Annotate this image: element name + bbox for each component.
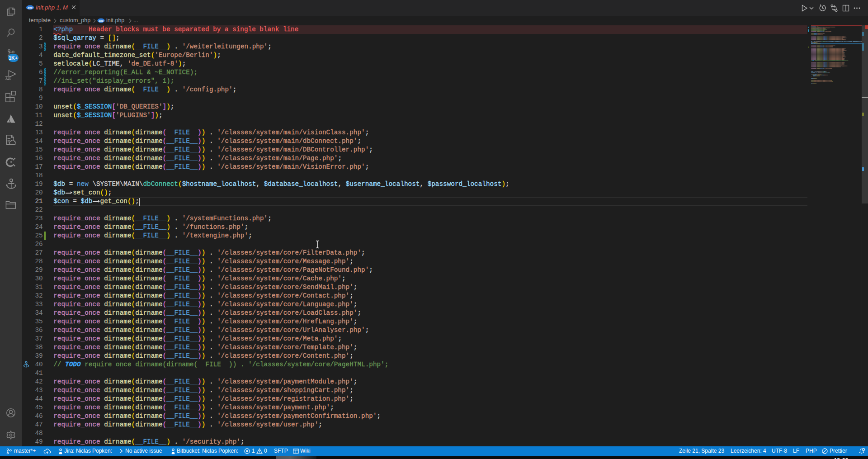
svg-text:php: php	[98, 19, 104, 22]
svg-text:php: php	[27, 6, 33, 9]
